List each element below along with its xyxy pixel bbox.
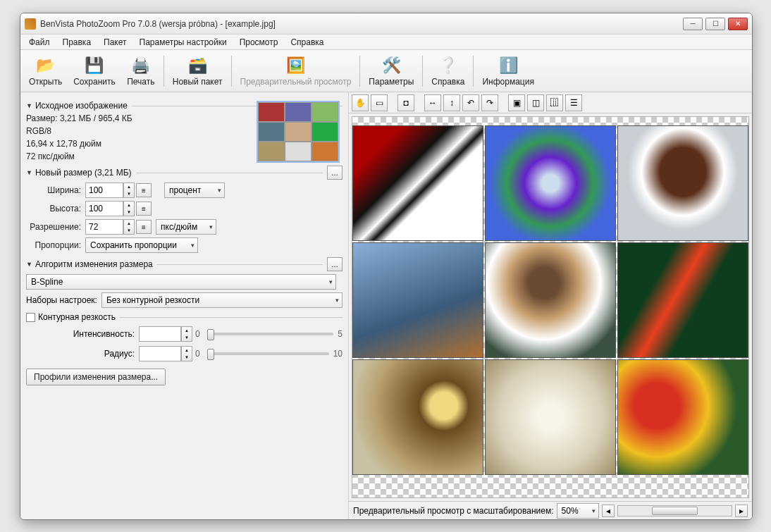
main-toolbar: 📂Открыть 💾Сохранить 🖨️Печать 🗃️Новый пак… [20,50,752,92]
preview-area[interactable] [352,116,749,498]
info-button[interactable]: ℹ️Информация [476,52,539,90]
size-unit-combo[interactable]: процент [164,183,225,198]
resolution-link-button[interactable]: ≡ [136,220,152,234]
preview-image [352,125,748,475]
app-icon [25,18,36,30]
source-thumbnail[interactable] [257,101,340,163]
menu-settings[interactable]: Параметры настройки [134,36,233,49]
width-label: Ширина: [26,185,85,195]
height-label: Высота: [26,204,85,214]
intensity-input[interactable] [139,326,181,342]
flip-horizontal-button[interactable]: ↔ [424,94,441,111]
close-button[interactable]: ✕ [728,18,748,30]
resolution-label: Разрешение: [26,222,85,232]
newsize-more-button[interactable]: … [327,166,343,180]
menu-batch[interactable]: Пакет [98,36,132,49]
resize-profiles-button[interactable]: Профили изменения размера... [26,369,166,385]
radius-label: Радиус: [26,349,139,359]
layout-single-button[interactable]: ▣ [508,94,525,111]
titlebar: BenVista PhotoZoom Pro 7.0.8 (wersja pró… [20,13,752,35]
algo-more-button[interactable]: … [327,257,343,271]
zoom-combo[interactable]: 50% [557,503,599,519]
hscroll-right-button[interactable]: ▸ [735,505,748,517]
flip-vertical-button[interactable]: ↕ [443,94,460,111]
layout-split-h-button[interactable]: ◫ [527,94,544,111]
tools-icon: 🛠️ [381,56,401,75]
help-icon: ❔ [438,56,458,75]
hand-tool-button[interactable]: ✋ [352,94,369,111]
resolution-spinner[interactable]: ▲▼ [123,219,135,235]
layout-split-v-button[interactable]: ⿲ [546,94,563,111]
rotate-cw-button[interactable]: ↷ [481,94,498,111]
height-link-button[interactable]: ≡ [136,202,152,216]
menu-file[interactable]: Файл [23,36,56,49]
preview-button[interactable]: 🖼️Предварительный просмотр [235,52,357,90]
sharpen-label: Контурная резкость [38,312,116,322]
presets-label: Наборы настроек: [26,295,101,305]
print-button[interactable]: 🖨️Печать [121,52,161,90]
left-panel: ▼Исходное изображение Размер: 3,21 МБ / … [20,92,349,519]
batch-icon: 🗃️ [187,56,207,75]
preview-toolbar: ✋ ▭ ◘ ↔ ↕ ↶ ↷ ▣ ◫ ⿲ ☰ [349,92,752,113]
intensity-spinner[interactable]: ▲▼ [181,326,192,342]
sharpen-checkbox[interactable] [26,313,35,322]
window-title: BenVista PhotoZoom Pro 7.0.8 (wersja pró… [40,19,683,29]
app-window: BenVista PhotoZoom Pro 7.0.8 (wersja pró… [20,13,753,520]
hscroll-left-button[interactable]: ◂ [602,505,615,517]
save-icon: 💾 [85,56,104,75]
layout-stack-button[interactable]: ☰ [565,94,582,111]
presets-combo[interactable]: Без контурной резкости [101,292,343,308]
radius-spinner[interactable]: ▲▼ [181,346,192,361]
intensity-slider[interactable] [207,333,334,335]
resolution-input[interactable] [85,219,123,235]
right-panel: ✋ ▭ ◘ ↔ ↕ ↶ ↷ ▣ ◫ ⿲ ☰ [349,92,752,519]
params-button[interactable]: 🛠️Параметры [363,52,419,90]
horizontal-scrollbar[interactable] [617,505,732,516]
preview-icon: 🖼️ [285,56,305,75]
aspect-label: Пропорции: [26,240,85,250]
printer-icon: 🖨️ [131,56,151,75]
minimize-button[interactable]: ─ [683,18,703,30]
menu-edit[interactable]: Правка [57,36,97,49]
menu-view[interactable]: Просмотр [234,36,284,49]
new-batch-button[interactable]: 🗃️Новый пакет [167,52,228,90]
radius-input[interactable] [139,346,181,361]
algorithm-header[interactable]: ▼Алгоритм изменения размера… [26,257,343,271]
menubar: Файл Правка Пакет Параметры настройки Пр… [20,35,752,50]
rotate-ccw-button[interactable]: ↶ [462,94,479,111]
height-input[interactable] [85,201,123,216]
resolution-unit-combo[interactable]: пкс/дюйм [156,219,216,235]
selection-tool-button[interactable]: ▭ [371,94,388,111]
aspect-combo[interactable]: Сохранить пропорции [85,237,198,253]
intensity-label: Интенсивность: [26,329,139,339]
width-link-button[interactable]: ≡ [136,183,152,197]
save-button[interactable]: 💾Сохранить [68,52,121,90]
radius-slider[interactable] [207,352,329,355]
zoom-label: Предварительный просмотр с масштабирован… [353,506,554,516]
width-spinner[interactable]: ▲▼ [123,183,135,198]
info-icon: ℹ️ [498,56,518,75]
method-combo[interactable]: B-Spline [26,274,336,290]
crop-tool-button[interactable]: ◘ [397,94,414,111]
menu-help[interactable]: Справка [285,36,329,49]
height-spinner[interactable]: ▲▼ [123,201,135,216]
new-size-header[interactable]: ▼Новый размер (3,21 МБ)… [26,166,343,180]
width-input[interactable] [85,183,123,198]
open-button[interactable]: 📂Открыть [23,52,68,90]
folder-open-icon: 📂 [36,56,56,75]
maximize-button[interactable]: ☐ [705,18,725,30]
help-button[interactable]: ❔Справка [426,52,470,90]
preview-footer: Предварительный просмотр с масштабирован… [349,501,752,519]
